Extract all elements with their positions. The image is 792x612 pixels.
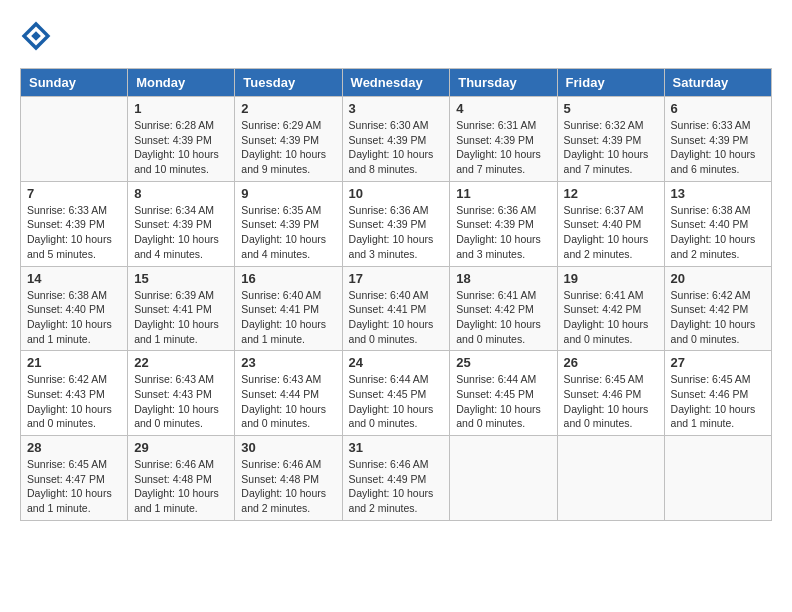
logo (20, 20, 56, 52)
day-info: Sunrise: 6:32 AM Sunset: 4:39 PM Dayligh… (564, 118, 658, 177)
day-number: 27 (671, 355, 765, 370)
day-info: Sunrise: 6:39 AM Sunset: 4:41 PM Dayligh… (134, 288, 228, 347)
calendar-cell: 2Sunrise: 6:29 AM Sunset: 4:39 PM Daylig… (235, 97, 342, 182)
day-number: 5 (564, 101, 658, 116)
day-number: 21 (27, 355, 121, 370)
day-info: Sunrise: 6:38 AM Sunset: 4:40 PM Dayligh… (27, 288, 121, 347)
day-info: Sunrise: 6:31 AM Sunset: 4:39 PM Dayligh… (456, 118, 550, 177)
day-number: 3 (349, 101, 444, 116)
calendar-cell: 6Sunrise: 6:33 AM Sunset: 4:39 PM Daylig… (664, 97, 771, 182)
day-info: Sunrise: 6:40 AM Sunset: 4:41 PM Dayligh… (349, 288, 444, 347)
day-info: Sunrise: 6:43 AM Sunset: 4:44 PM Dayligh… (241, 372, 335, 431)
day-info: Sunrise: 6:34 AM Sunset: 4:39 PM Dayligh… (134, 203, 228, 262)
day-number: 4 (456, 101, 550, 116)
day-number: 30 (241, 440, 335, 455)
day-info: Sunrise: 6:30 AM Sunset: 4:39 PM Dayligh… (349, 118, 444, 177)
day-info: Sunrise: 6:36 AM Sunset: 4:39 PM Dayligh… (349, 203, 444, 262)
day-info: Sunrise: 6:46 AM Sunset: 4:48 PM Dayligh… (241, 457, 335, 516)
calendar-cell (664, 436, 771, 521)
day-number: 2 (241, 101, 335, 116)
calendar-cell (557, 436, 664, 521)
calendar-week-row: 1Sunrise: 6:28 AM Sunset: 4:39 PM Daylig… (21, 97, 772, 182)
calendar-cell: 13Sunrise: 6:38 AM Sunset: 4:40 PM Dayli… (664, 181, 771, 266)
day-info: Sunrise: 6:41 AM Sunset: 4:42 PM Dayligh… (456, 288, 550, 347)
day-number: 1 (134, 101, 228, 116)
calendar-cell: 25Sunrise: 6:44 AM Sunset: 4:45 PM Dayli… (450, 351, 557, 436)
calendar-week-row: 14Sunrise: 6:38 AM Sunset: 4:40 PM Dayli… (21, 266, 772, 351)
day-number: 31 (349, 440, 444, 455)
day-number: 19 (564, 271, 658, 286)
day-number: 8 (134, 186, 228, 201)
calendar-cell: 28Sunrise: 6:45 AM Sunset: 4:47 PM Dayli… (21, 436, 128, 521)
day-number: 16 (241, 271, 335, 286)
day-number: 26 (564, 355, 658, 370)
column-header-friday: Friday (557, 69, 664, 97)
day-info: Sunrise: 6:28 AM Sunset: 4:39 PM Dayligh… (134, 118, 228, 177)
calendar-cell: 18Sunrise: 6:41 AM Sunset: 4:42 PM Dayli… (450, 266, 557, 351)
day-info: Sunrise: 6:46 AM Sunset: 4:49 PM Dayligh… (349, 457, 444, 516)
logo-icon (20, 20, 52, 52)
calendar-cell: 31Sunrise: 6:46 AM Sunset: 4:49 PM Dayli… (342, 436, 450, 521)
day-number: 6 (671, 101, 765, 116)
day-number: 12 (564, 186, 658, 201)
day-number: 28 (27, 440, 121, 455)
calendar-week-row: 28Sunrise: 6:45 AM Sunset: 4:47 PM Dayli… (21, 436, 772, 521)
day-info: Sunrise: 6:46 AM Sunset: 4:48 PM Dayligh… (134, 457, 228, 516)
calendar-cell: 12Sunrise: 6:37 AM Sunset: 4:40 PM Dayli… (557, 181, 664, 266)
column-header-wednesday: Wednesday (342, 69, 450, 97)
column-header-sunday: Sunday (21, 69, 128, 97)
day-number: 11 (456, 186, 550, 201)
calendar-cell (450, 436, 557, 521)
day-info: Sunrise: 6:38 AM Sunset: 4:40 PM Dayligh… (671, 203, 765, 262)
day-number: 10 (349, 186, 444, 201)
column-header-saturday: Saturday (664, 69, 771, 97)
day-number: 29 (134, 440, 228, 455)
calendar-cell: 11Sunrise: 6:36 AM Sunset: 4:39 PM Dayli… (450, 181, 557, 266)
calendar-week-row: 7Sunrise: 6:33 AM Sunset: 4:39 PM Daylig… (21, 181, 772, 266)
calendar-cell: 10Sunrise: 6:36 AM Sunset: 4:39 PM Dayli… (342, 181, 450, 266)
calendar-header-row: SundayMondayTuesdayWednesdayThursdayFrid… (21, 69, 772, 97)
day-number: 23 (241, 355, 335, 370)
calendar-cell: 7Sunrise: 6:33 AM Sunset: 4:39 PM Daylig… (21, 181, 128, 266)
calendar-cell: 9Sunrise: 6:35 AM Sunset: 4:39 PM Daylig… (235, 181, 342, 266)
calendar-cell: 15Sunrise: 6:39 AM Sunset: 4:41 PM Dayli… (128, 266, 235, 351)
calendar-cell: 19Sunrise: 6:41 AM Sunset: 4:42 PM Dayli… (557, 266, 664, 351)
day-number: 18 (456, 271, 550, 286)
page-header (20, 20, 772, 52)
calendar-cell: 23Sunrise: 6:43 AM Sunset: 4:44 PM Dayli… (235, 351, 342, 436)
calendar-cell: 26Sunrise: 6:45 AM Sunset: 4:46 PM Dayli… (557, 351, 664, 436)
column-header-thursday: Thursday (450, 69, 557, 97)
day-info: Sunrise: 6:36 AM Sunset: 4:39 PM Dayligh… (456, 203, 550, 262)
day-info: Sunrise: 6:45 AM Sunset: 4:47 PM Dayligh… (27, 457, 121, 516)
calendar-cell: 30Sunrise: 6:46 AM Sunset: 4:48 PM Dayli… (235, 436, 342, 521)
calendar-table: SundayMondayTuesdayWednesdayThursdayFrid… (20, 68, 772, 521)
day-info: Sunrise: 6:35 AM Sunset: 4:39 PM Dayligh… (241, 203, 335, 262)
calendar-cell: 5Sunrise: 6:32 AM Sunset: 4:39 PM Daylig… (557, 97, 664, 182)
calendar-cell: 17Sunrise: 6:40 AM Sunset: 4:41 PM Dayli… (342, 266, 450, 351)
calendar-cell (21, 97, 128, 182)
day-info: Sunrise: 6:40 AM Sunset: 4:41 PM Dayligh… (241, 288, 335, 347)
day-info: Sunrise: 6:45 AM Sunset: 4:46 PM Dayligh… (564, 372, 658, 431)
day-info: Sunrise: 6:29 AM Sunset: 4:39 PM Dayligh… (241, 118, 335, 177)
calendar-cell: 27Sunrise: 6:45 AM Sunset: 4:46 PM Dayli… (664, 351, 771, 436)
day-number: 15 (134, 271, 228, 286)
day-info: Sunrise: 6:44 AM Sunset: 4:45 PM Dayligh… (349, 372, 444, 431)
day-info: Sunrise: 6:41 AM Sunset: 4:42 PM Dayligh… (564, 288, 658, 347)
calendar-cell: 21Sunrise: 6:42 AM Sunset: 4:43 PM Dayli… (21, 351, 128, 436)
column-header-tuesday: Tuesday (235, 69, 342, 97)
day-number: 13 (671, 186, 765, 201)
day-info: Sunrise: 6:42 AM Sunset: 4:42 PM Dayligh… (671, 288, 765, 347)
calendar-cell: 4Sunrise: 6:31 AM Sunset: 4:39 PM Daylig… (450, 97, 557, 182)
calendar-week-row: 21Sunrise: 6:42 AM Sunset: 4:43 PM Dayli… (21, 351, 772, 436)
day-number: 22 (134, 355, 228, 370)
calendar-cell: 22Sunrise: 6:43 AM Sunset: 4:43 PM Dayli… (128, 351, 235, 436)
day-number: 9 (241, 186, 335, 201)
column-header-monday: Monday (128, 69, 235, 97)
calendar-cell: 24Sunrise: 6:44 AM Sunset: 4:45 PM Dayli… (342, 351, 450, 436)
calendar-cell: 20Sunrise: 6:42 AM Sunset: 4:42 PM Dayli… (664, 266, 771, 351)
day-info: Sunrise: 6:33 AM Sunset: 4:39 PM Dayligh… (27, 203, 121, 262)
calendar-body: 1Sunrise: 6:28 AM Sunset: 4:39 PM Daylig… (21, 97, 772, 521)
day-number: 24 (349, 355, 444, 370)
day-info: Sunrise: 6:37 AM Sunset: 4:40 PM Dayligh… (564, 203, 658, 262)
day-info: Sunrise: 6:42 AM Sunset: 4:43 PM Dayligh… (27, 372, 121, 431)
